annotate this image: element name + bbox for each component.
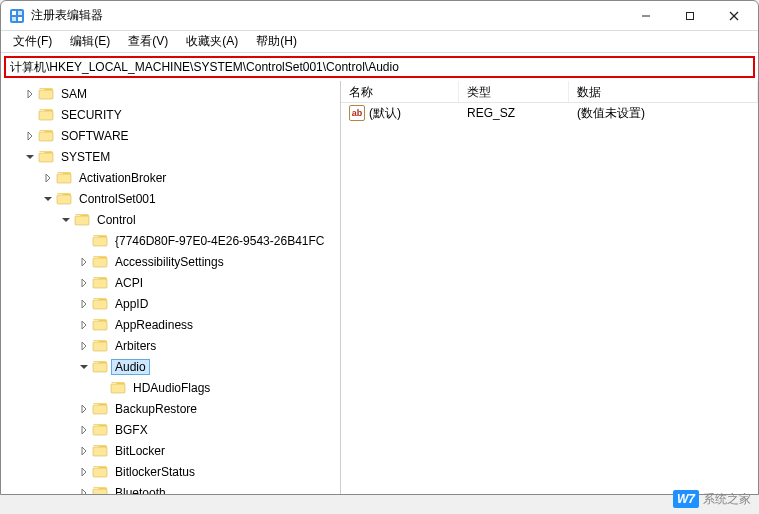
tree-node-label: Bluetooth <box>111 485 170 495</box>
tree-node[interactable]: Control <box>1 209 340 230</box>
tree-node[interactable]: AccessibilitySettings <box>1 251 340 272</box>
svg-rect-4 <box>18 17 22 21</box>
tree-node-label: SYSTEM <box>57 149 114 165</box>
chevron-right-icon[interactable] <box>77 300 91 308</box>
folder-icon <box>74 213 90 227</box>
tree-node[interactable]: BackupRestore <box>1 398 340 419</box>
chevron-down-icon[interactable] <box>77 363 91 371</box>
maximize-button[interactable] <box>668 2 712 30</box>
tree-node[interactable]: SECURITY <box>1 104 340 125</box>
folder-icon <box>56 192 72 206</box>
menu-favorites[interactable]: 收藏夹(A) <box>178 31 246 52</box>
tree-node[interactable]: ACPI <box>1 272 340 293</box>
tree-node-label: Arbiters <box>111 338 160 354</box>
tree-node[interactable]: ControlSet001 <box>1 188 340 209</box>
folder-icon <box>38 129 54 143</box>
col-header-data[interactable]: 数据 <box>569 81 758 102</box>
tree-node-label: ControlSet001 <box>75 191 160 207</box>
cell-name: ab(默认) <box>341 103 459 124</box>
tree-node[interactable]: BitlockerStatus <box>1 461 340 482</box>
chevron-right-icon[interactable] <box>77 258 91 266</box>
chevron-right-icon[interactable] <box>77 342 91 350</box>
folder-icon <box>92 318 108 332</box>
tree-node[interactable]: SAM <box>1 83 340 104</box>
svg-rect-18 <box>93 279 107 288</box>
svg-rect-9 <box>39 90 53 99</box>
tree-node[interactable]: SOFTWARE <box>1 125 340 146</box>
chevron-down-icon[interactable] <box>59 216 73 224</box>
svg-rect-10 <box>39 111 53 120</box>
tree-node[interactable]: AppReadiness <box>1 314 340 335</box>
minimize-button[interactable] <box>624 2 668 30</box>
window-title: 注册表编辑器 <box>31 7 624 24</box>
list-row[interactable]: ab(默认)REG_SZ(数值未设置) <box>341 103 758 123</box>
folder-icon <box>92 402 108 416</box>
tree-node[interactable]: Bluetooth <box>1 482 340 494</box>
tree-node[interactable]: AppID <box>1 293 340 314</box>
tree-node-label: Audio <box>111 359 150 375</box>
tree-node[interactable]: ActivationBroker <box>1 167 340 188</box>
tree-node[interactable]: BitLocker <box>1 440 340 461</box>
chevron-right-icon[interactable] <box>77 321 91 329</box>
tree-node-label: AppReadiness <box>111 317 197 333</box>
svg-rect-28 <box>93 489 107 495</box>
tree-node[interactable]: Arbiters <box>1 335 340 356</box>
tree-node[interactable]: SYSTEM <box>1 146 340 167</box>
regedit-window: 注册表编辑器 文件(F) 编辑(E) 查看(V) 收藏夹(A) 帮助(H) SA… <box>0 0 759 495</box>
watermark-text: 系统之家 <box>703 491 751 508</box>
chevron-down-icon[interactable] <box>23 153 37 161</box>
chevron-right-icon[interactable] <box>77 489 91 495</box>
chevron-down-icon[interactable] <box>41 195 55 203</box>
chevron-right-icon[interactable] <box>77 405 91 413</box>
tree-node-label: SECURITY <box>57 107 126 123</box>
svg-rect-16 <box>93 237 107 246</box>
tree-node[interactable]: Audio <box>1 356 340 377</box>
tree-node-label: SOFTWARE <box>57 128 133 144</box>
col-header-type[interactable]: 类型 <box>459 81 569 102</box>
menu-help[interactable]: 帮助(H) <box>248 31 305 52</box>
chevron-right-icon[interactable] <box>77 447 91 455</box>
folder-icon <box>92 276 108 290</box>
svg-rect-24 <box>93 405 107 414</box>
menu-file[interactable]: 文件(F) <box>5 31 60 52</box>
svg-rect-6 <box>687 12 694 19</box>
menu-edit[interactable]: 编辑(E) <box>62 31 118 52</box>
chevron-right-icon[interactable] <box>77 468 91 476</box>
close-button[interactable] <box>712 2 756 30</box>
svg-rect-12 <box>39 153 53 162</box>
folder-icon <box>92 444 108 458</box>
tree-node[interactable]: BGFX <box>1 419 340 440</box>
folder-icon <box>56 171 72 185</box>
tree-node-label: BGFX <box>111 422 152 438</box>
address-input[interactable] <box>6 60 753 74</box>
menu-view[interactable]: 查看(V) <box>120 31 176 52</box>
svg-rect-22 <box>93 363 107 372</box>
svg-rect-21 <box>93 342 107 351</box>
tree-node-label: AccessibilitySettings <box>111 254 228 270</box>
col-header-name[interactable]: 名称 <box>341 81 459 102</box>
svg-rect-20 <box>93 321 107 330</box>
tree-node[interactable]: {7746D80F-97E0-4E26-9543-26B41FC <box>1 230 340 251</box>
svg-rect-23 <box>111 384 125 393</box>
chevron-right-icon[interactable] <box>41 174 55 182</box>
svg-rect-17 <box>93 258 107 267</box>
svg-rect-2 <box>18 11 22 15</box>
svg-rect-3 <box>12 17 16 21</box>
watermark: W7 系统之家 <box>673 490 751 508</box>
list-rows: ab(默认)REG_SZ(数值未设置) <box>341 103 758 123</box>
tree-node[interactable]: HDAudioFlags <box>1 377 340 398</box>
chevron-right-icon[interactable] <box>77 279 91 287</box>
tree-view[interactable]: SAMSECURITYSOFTWARESYSTEMActivationBroke… <box>1 81 341 494</box>
chevron-right-icon[interactable] <box>23 90 37 98</box>
tree-node-label: Control <box>93 212 140 228</box>
svg-rect-13 <box>57 174 71 183</box>
tree-node-label: HDAudioFlags <box>129 380 214 396</box>
reg-string-icon: ab <box>349 105 365 121</box>
svg-rect-19 <box>93 300 107 309</box>
list-header: 名称 类型 数据 <box>341 81 758 103</box>
svg-rect-14 <box>57 195 71 204</box>
folder-icon <box>92 297 108 311</box>
chevron-right-icon[interactable] <box>77 426 91 434</box>
chevron-right-icon[interactable] <box>23 132 37 140</box>
menubar: 文件(F) 编辑(E) 查看(V) 收藏夹(A) 帮助(H) <box>1 31 758 53</box>
